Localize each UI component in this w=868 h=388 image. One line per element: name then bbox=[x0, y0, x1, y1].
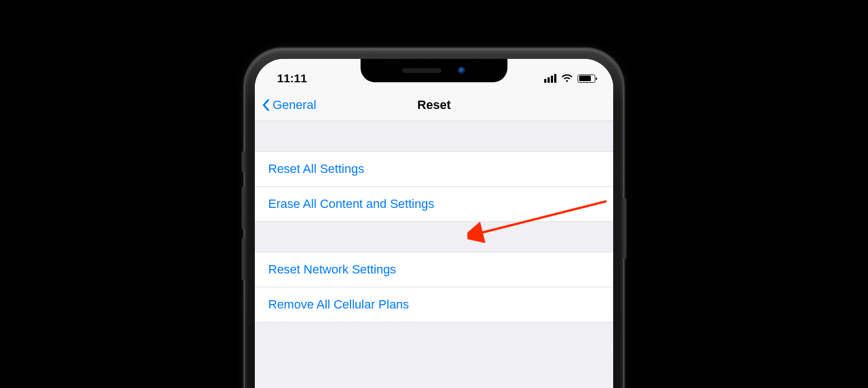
settings-content: Reset All Settings Erase All Content and… bbox=[255, 121, 613, 388]
device-notch bbox=[361, 59, 507, 82]
back-button[interactable]: General bbox=[262, 89, 316, 121]
chevron-left-icon bbox=[262, 98, 270, 112]
reset-network-settings-row[interactable]: Reset Network Settings bbox=[255, 252, 613, 287]
phone-screen: 11:11 General R bbox=[255, 59, 613, 388]
front-camera bbox=[458, 67, 466, 74]
back-label: General bbox=[273, 98, 316, 112]
row-label: Erase All Content and Settings bbox=[268, 197, 434, 211]
erase-all-content-row[interactable]: Erase All Content and Settings bbox=[255, 186, 613, 222]
battery-icon bbox=[578, 74, 595, 83]
cellular-signal-icon bbox=[544, 74, 556, 83]
mute-switch bbox=[241, 151, 245, 172]
volume-down-button bbox=[241, 238, 245, 280]
iphone-device-frame: 11:11 General R bbox=[245, 49, 623, 388]
earpiece-speaker bbox=[402, 68, 441, 73]
status-time: 11:11 bbox=[277, 72, 307, 85]
page-title: Reset bbox=[417, 98, 451, 112]
row-label: Reset Network Settings bbox=[268, 262, 396, 276]
row-label: Reset All Settings bbox=[268, 162, 364, 176]
wifi-icon bbox=[561, 74, 573, 83]
row-label: Remove All Cellular Plans bbox=[268, 297, 409, 311]
reset-all-settings-row[interactable]: Reset All Settings bbox=[255, 151, 613, 187]
volume-up-button bbox=[241, 187, 245, 229]
navigation-bar: General Reset bbox=[255, 89, 613, 121]
power-button bbox=[623, 198, 627, 259]
remove-cellular-plans-row[interactable]: Remove All Cellular Plans bbox=[255, 287, 613, 322]
